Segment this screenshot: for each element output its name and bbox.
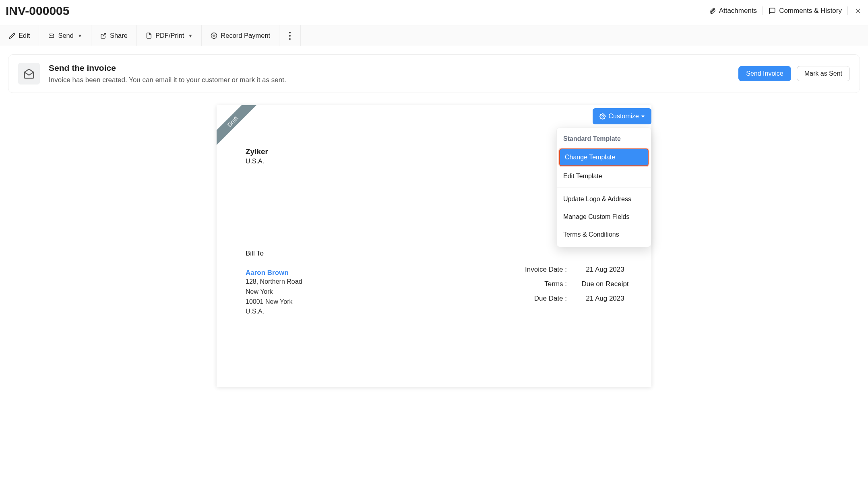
divider (763, 6, 763, 15)
alert-text: Send the invoice Invoice has been create… (49, 63, 730, 84)
paperclip-icon (709, 7, 716, 14)
share-label: Share (110, 32, 128, 39)
customize-button[interactable]: Customize (593, 108, 651, 124)
address-line1: 128, Northern Road (246, 277, 506, 287)
edit-button[interactable]: Edit (0, 25, 39, 46)
status-ribbon: Draft (217, 105, 261, 149)
divider (557, 188, 651, 188)
page-title: INV-000005 (6, 4, 69, 18)
share-icon (100, 33, 107, 39)
pdf-print-button[interactable]: PDF/Print ▼ (137, 25, 202, 46)
send-label: Send (58, 32, 74, 39)
change-template-label: Change Template (559, 148, 649, 166)
pdf-icon (146, 32, 152, 39)
close-button[interactable] (854, 6, 862, 15)
chevron-down-icon: ▼ (78, 33, 82, 38)
alert-title: Send the invoice (49, 63, 730, 73)
alert-actions: Send Invoice Mark as Sent (738, 66, 850, 81)
status-label: Draft (217, 105, 259, 148)
header-actions: Attachments Comments & History (709, 6, 862, 15)
terms-conditions-item[interactable]: Terms & Conditions (557, 226, 651, 243)
record-payment-label: Record Payment (221, 32, 270, 39)
send-invoice-button[interactable]: Send Invoice (738, 66, 791, 81)
change-template-item[interactable]: Change Template (557, 147, 651, 167)
update-logo-item[interactable]: Update Logo & Address (557, 190, 651, 208)
pencil-icon (9, 33, 15, 39)
send-invoice-alert: Send the invoice Invoice has been create… (8, 54, 860, 93)
svg-point-5 (602, 115, 603, 117)
invoice-date-label: Invoice Date : (515, 266, 579, 274)
gear-icon (599, 113, 606, 120)
more-actions-button[interactable] (279, 25, 301, 46)
attachments-link[interactable]: Attachments (709, 7, 757, 15)
action-toolbar: Edit Send ▼ Share PDF/Print ▼ Record Pay… (0, 25, 868, 46)
customize-dropdown: Standard Template Change Template Edit T… (556, 128, 651, 247)
address-line3: 10001 New York (246, 297, 506, 307)
mail-icon (48, 33, 55, 39)
customize-label: Customize (608, 113, 639, 120)
terms-value: Due on Receipt (579, 280, 631, 288)
terms-row: Terms : Due on Receipt (515, 280, 631, 288)
mark-as-sent-button[interactable]: Mark as Sent (797, 66, 850, 81)
comments-history-link[interactable]: Comments & History (769, 7, 842, 15)
attachments-label: Attachments (719, 7, 757, 15)
comment-icon (769, 7, 776, 14)
bill-to-label: Bill To (246, 250, 506, 258)
dropdown-header: Standard Template (557, 131, 651, 147)
address-line2: New York (246, 287, 506, 297)
alert-description: Invoice has been created. You can email … (49, 76, 730, 84)
chevron-down-icon: ▼ (188, 33, 192, 38)
invoice-date-value: 21 Aug 2023 (579, 266, 631, 274)
edit-label: Edit (19, 32, 30, 39)
record-payment-button[interactable]: Record Payment (202, 25, 279, 46)
record-payment-icon (211, 32, 217, 39)
manage-custom-fields-item[interactable]: Manage Custom Fields (557, 208, 651, 226)
pdf-label: PDF/Print (155, 32, 184, 39)
chevron-down-icon (641, 115, 645, 118)
page-header: INV-000005 Attachments Comments & Histor… (0, 0, 868, 25)
invoice-preview: Draft Customize Standard Template Change… (217, 105, 651, 387)
share-button[interactable]: Share (91, 25, 137, 46)
more-icon (289, 32, 291, 40)
terms-label: Terms : (515, 280, 579, 288)
address-line4: U.S.A. (246, 307, 506, 317)
invoice-date-row: Invoice Date : 21 Aug 2023 (515, 266, 631, 274)
due-date-value: 21 Aug 2023 (579, 295, 631, 303)
svg-line-3 (103, 33, 106, 36)
invoice-preview-wrap: Draft Customize Standard Template Change… (217, 105, 651, 387)
comments-label: Comments & History (779, 7, 842, 15)
page-content: Send the invoice Invoice has been create… (0, 46, 868, 395)
billing-section: Bill To Aaron Brown 128, Northern Road N… (217, 250, 651, 317)
send-button[interactable]: Send ▼ (39, 25, 91, 46)
bill-to-block: Bill To Aaron Brown 128, Northern Road N… (246, 250, 506, 317)
due-date-label: Due Date : (515, 295, 579, 303)
due-date-row: Due Date : 21 Aug 2023 (515, 295, 631, 303)
edit-template-item[interactable]: Edit Template (557, 167, 651, 185)
customer-name-link[interactable]: Aaron Brown (246, 269, 506, 277)
divider (847, 6, 848, 15)
envelope-open-icon (18, 63, 40, 85)
invoice-meta-block: Invoice Date : 21 Aug 2023 Terms : Due o… (506, 250, 651, 317)
